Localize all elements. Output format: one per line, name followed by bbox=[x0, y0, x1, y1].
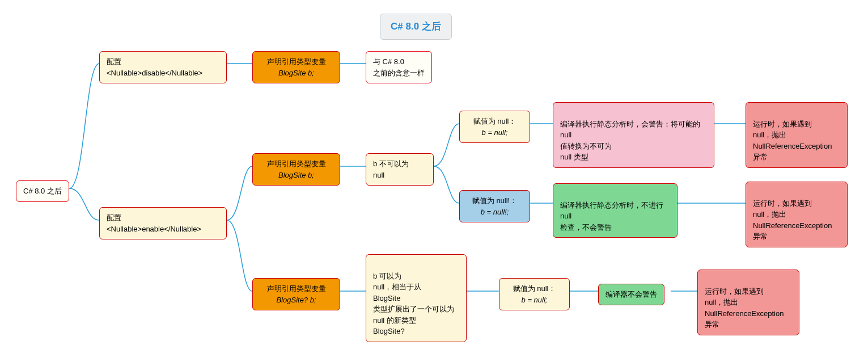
decl-c-line1: 声明引用类型变量 bbox=[260, 283, 333, 294]
runtime-err-3-text: 运行时，如果遇到 null，抛出 NullReferenceException … bbox=[705, 287, 784, 329]
decl-b-line1: 声明引用类型变量 bbox=[260, 158, 333, 170]
assign-null-2-node: 赋值为 null： b = null; bbox=[499, 278, 570, 310]
compiler-nowarn-node: 编译器不会警告 bbox=[598, 284, 664, 305]
config-enable-line2: <Nullable>enable</Nullable> bbox=[107, 224, 219, 235]
root-node: C# 8.0 之后 bbox=[16, 180, 69, 202]
root-label: C# 8.0 之后 bbox=[23, 187, 62, 195]
decl-a-desc-line2: 之前的含意一样 bbox=[373, 68, 425, 79]
decl-a-desc-line1: 与 C# 8.0 bbox=[373, 56, 425, 68]
config-enable-node: 配置 <Nullable>enable</Nullable> bbox=[99, 207, 227, 239]
config-disable-line2: <Nullable>disable</Nullable> bbox=[107, 68, 219, 79]
runtime-err-3-node: 运行时，如果遇到 null，抛出 NullReferenceException … bbox=[697, 270, 799, 335]
config-enable-line1: 配置 bbox=[107, 212, 219, 224]
decl-b-line2: BlogSite b; bbox=[260, 170, 333, 181]
decl-c-node: 声明引用类型变量 BlogSite? b; bbox=[252, 278, 340, 310]
decl-c-desc-text: b 可以为 null，相当于从 BlogSite 类型扩展出了一个可以为 nul… bbox=[373, 272, 454, 336]
decl-c-desc-node: b 可以为 null，相当于从 BlogSite 类型扩展出了一个可以为 nul… bbox=[366, 254, 467, 342]
assign-null-bang-line2: b = null!; bbox=[467, 207, 523, 218]
runtime-err-1-text: 运行时，如果遇到 null，抛出 NullReferenceException … bbox=[753, 120, 832, 162]
compiler-warn-node: 编译器执行静态分析时，会警告：将可能的 null 值转换为不可为 null 类型 bbox=[553, 102, 714, 168]
assign-null-1-line2: b = null; bbox=[467, 127, 523, 138]
runtime-err-2-node: 运行时，如果遇到 null，抛出 NullReferenceException … bbox=[746, 182, 848, 247]
assign-null-bang-line1: 赋值为 null!： bbox=[467, 195, 523, 207]
decl-a-line2: BlogSite b; bbox=[260, 68, 333, 79]
decl-b-desc-node: b 不可以为 null bbox=[366, 153, 434, 186]
decl-b-node: 声明引用类型变量 BlogSite b; bbox=[252, 153, 340, 186]
assign-null-bang-node: 赋值为 null!： b = null!; bbox=[459, 190, 530, 222]
runtime-err-2-text: 运行时，如果遇到 null，抛出 NullReferenceException … bbox=[753, 199, 832, 241]
compiler-warn-text: 编译器执行静态分析时，会警告：将可能的 null 值转换为不可为 null 类型 bbox=[560, 120, 700, 162]
compiler-nocheck-text: 编译器执行静态分析时，不进行 null 检查，不会警告 bbox=[560, 201, 663, 232]
runtime-err-1-node: 运行时，如果遇到 null，抛出 NullReferenceException … bbox=[746, 102, 848, 168]
decl-a-line1: 声明引用类型变量 bbox=[260, 56, 333, 68]
title-text: C# 8.0 之后 bbox=[391, 21, 441, 32]
compiler-nowarn-text: 编译器不会警告 bbox=[606, 290, 657, 298]
decl-a-node: 声明引用类型变量 BlogSite b; bbox=[252, 51, 340, 83]
decl-c-line2: BlogSite? b; bbox=[260, 294, 333, 306]
title-badge: C# 8.0 之后 bbox=[380, 14, 452, 40]
decl-b-desc-line1: b 不可以为 bbox=[373, 158, 426, 170]
decl-b-desc-line2: null bbox=[373, 170, 426, 181]
config-disable-line1: 配置 bbox=[107, 56, 219, 68]
decl-a-desc-node: 与 C# 8.0 之前的含意一样 bbox=[366, 51, 432, 83]
compiler-nocheck-node: 编译器执行静态分析时，不进行 null 检查，不会警告 bbox=[553, 183, 678, 238]
assign-null-1-line1: 赋值为 null： bbox=[467, 116, 523, 127]
assign-null-1-node: 赋值为 null： b = null; bbox=[459, 111, 530, 143]
assign-null-2-line1: 赋值为 null： bbox=[506, 283, 562, 294]
assign-null-2-line2: b = null; bbox=[506, 294, 562, 306]
config-disable-node: 配置 <Nullable>disable</Nullable> bbox=[99, 51, 227, 83]
